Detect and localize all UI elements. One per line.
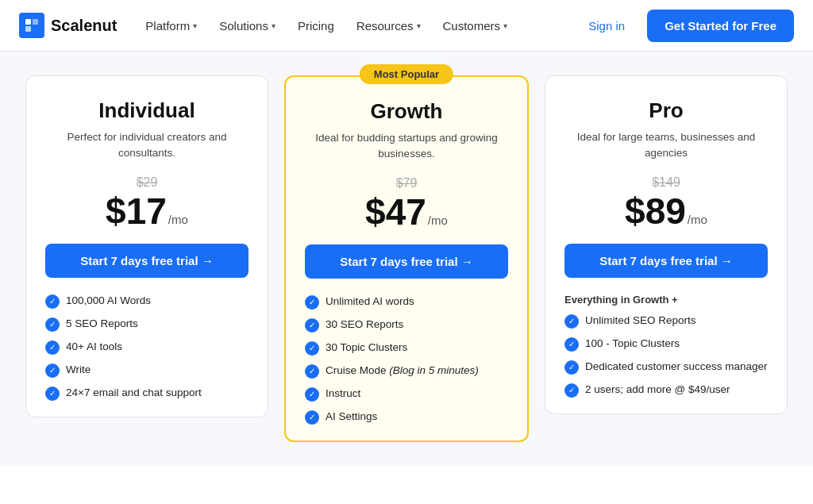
plan-price-row: $47 /mo (305, 194, 508, 230)
check-icon: ✓ (45, 340, 60, 355)
svg-rect-1 (33, 19, 38, 25)
feature-text: 40+ AI tools (66, 340, 122, 355)
pricing-section: Individual Perfect for individual creato… (0, 52, 813, 466)
feature-text: Dedicated customer success manager (585, 360, 768, 375)
check-icon: ✓ (305, 410, 319, 425)
plan-name: Individual (45, 98, 249, 123)
feature-text: 30 Topic Clusters (326, 340, 407, 356)
feature-item: ✓ Unlimited SEO Reports (564, 314, 768, 329)
signin-button[interactable]: Sign in (579, 13, 634, 39)
feature-text: Instruct (326, 387, 360, 402)
check-icon: ✓ (305, 295, 319, 310)
feature-item: ✓ 100,000 AI Words (45, 294, 249, 309)
feature-item: ✓ 30 SEO Reports (305, 317, 508, 333)
feature-item: ✓ 30 Topic Clusters (305, 340, 508, 356)
check-icon: ✓ (564, 337, 579, 352)
trial-button[interactable]: Start 7 days free trial → (45, 244, 249, 278)
logo-text: Scalenut (51, 17, 117, 35)
plan-original-price: $149 (564, 175, 768, 190)
svg-rect-2 (25, 26, 31, 32)
nav-item-customers[interactable]: Customers ▾ (433, 13, 518, 39)
check-icon: ✓ (45, 294, 60, 309)
svg-rect-0 (25, 19, 31, 25)
most-popular-badge: Most Popular (360, 64, 453, 84)
check-icon: ✓ (45, 387, 60, 401)
nav-right: Sign in Get Started for Free (579, 10, 794, 42)
plan-desc: Ideal for large teams, businesses and ag… (564, 129, 768, 163)
everything-label: Everything in Growth + (564, 294, 768, 306)
feature-item: ✓ 24×7 email and chat support (45, 386, 249, 401)
plan-price: $89 (625, 193, 686, 229)
plan-price-mo: /mo (688, 213, 707, 229)
chevron-down-icon: ▾ (193, 21, 197, 30)
feature-text: 24×7 email and chat support (66, 386, 202, 401)
feature-text: Write (66, 363, 91, 378)
plan-name: Pro (564, 98, 768, 123)
feature-item: ✓ 40+ AI tools (45, 340, 249, 355)
chevron-down-icon: ▾ (503, 21, 507, 30)
chevron-down-icon: ▾ (417, 21, 421, 30)
check-icon: ✓ (305, 341, 319, 356)
check-icon: ✓ (305, 387, 319, 402)
plan-name: Growth (305, 99, 508, 124)
feature-item: ✓ Instruct (305, 387, 508, 402)
check-icon: ✓ (45, 364, 60, 378)
plan-original-price: $29 (45, 175, 249, 190)
plan-card-individual: Individual Perfect for individual creato… (25, 75, 268, 417)
features-list: ✓ Unlimited AI words ✓ 30 SEO Reports ✓ … (305, 294, 508, 425)
nav-item-pricing[interactable]: Pricing (288, 13, 344, 39)
feature-text: 100,000 AI Words (66, 294, 151, 309)
check-icon: ✓ (564, 314, 579, 329)
feature-text: AI Settings (326, 410, 377, 425)
feature-item: ✓ AI Settings (305, 410, 508, 425)
feature-item: ✓ Unlimited AI words (305, 294, 508, 310)
get-started-button[interactable]: Get Started for Free (647, 10, 794, 42)
nav-item-platform[interactable]: Platform ▾ (136, 13, 206, 39)
feature-text: 2 users; add more @ $49/user (585, 383, 730, 398)
nav-links: Platform ▾ Solutions ▾ Pricing Resources… (136, 13, 579, 39)
trial-button[interactable]: Start 7 days free trial → (305, 244, 508, 279)
feature-text: 100 - Topic Clusters (585, 337, 680, 352)
plan-desc: Ideal for budding startups and growing b… (305, 130, 508, 164)
features-list: ✓ Unlimited SEO Reports ✓ 100 - Topic Cl… (564, 314, 768, 398)
plan-price-mo: /mo (168, 213, 188, 229)
feature-item: ✓ Write (45, 363, 249, 378)
check-icon: ✓ (305, 318, 319, 333)
plan-desc: Perfect for individual creators and cons… (45, 129, 249, 163)
feature-item: ✓ Dedicated customer success manager (564, 360, 768, 375)
logo-area[interactable]: Scalenut (19, 13, 117, 38)
check-icon: ✓ (305, 364, 319, 379)
plan-original-price: $79 (305, 176, 508, 190)
plan-price: $17 (106, 193, 167, 229)
feature-text: 30 SEO Reports (326, 317, 403, 333)
features-list: ✓ 100,000 AI Words ✓ 5 SEO Reports ✓ 40+… (45, 294, 249, 401)
feature-text: Cruise Mode (Blog in 5 minutes) (326, 364, 479, 379)
trial-button[interactable]: Start 7 days free trial → (564, 244, 768, 278)
feature-item: ✓ 5 SEO Reports (45, 317, 249, 332)
check-icon: ✓ (564, 383, 579, 398)
plan-price-mo: /mo (428, 214, 448, 230)
feature-text: Unlimited SEO Reports (585, 314, 696, 329)
feature-text: 5 SEO Reports (66, 317, 138, 332)
chevron-down-icon: ▾ (272, 21, 275, 30)
check-icon: ✓ (45, 317, 60, 332)
navbar: Scalenut Platform ▾ Solutions ▾ Pricing … (0, 0, 813, 52)
plan-price: $47 (365, 194, 426, 230)
nav-item-solutions[interactable]: Solutions ▾ (210, 13, 285, 39)
logo-icon (19, 13, 44, 38)
plan-card-growth: Most Popular Growth Ideal for budding st… (284, 75, 529, 442)
feature-item: ✓ 2 users; add more @ $49/user (564, 383, 768, 398)
check-icon: ✓ (564, 360, 579, 375)
plan-price-row: $17 /mo (45, 193, 249, 229)
feature-item: ✓ Cruise Mode (Blog in 5 minutes) (305, 364, 508, 379)
feature-text: Unlimited AI words (326, 294, 414, 310)
feature-item: ✓ 100 - Topic Clusters (564, 337, 768, 352)
plan-price-row: $89 /mo (564, 193, 768, 229)
nav-item-resources[interactable]: Resources ▾ (347, 13, 430, 39)
plan-card-pro: Pro Ideal for large teams, businesses an… (545, 75, 788, 414)
